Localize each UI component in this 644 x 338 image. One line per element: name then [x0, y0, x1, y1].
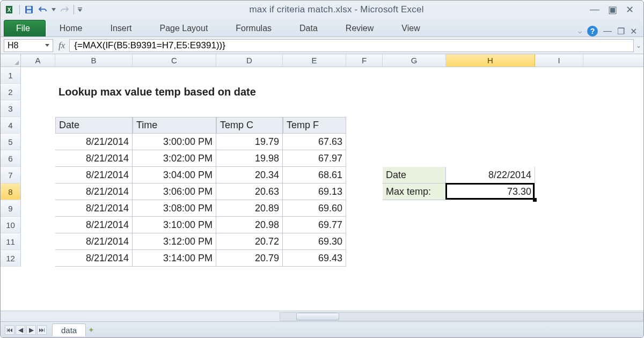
cell-B11[interactable]: 8/21/2014	[55, 233, 133, 250]
scroll-thumb[interactable]	[296, 313, 339, 320]
formula-input[interactable]: {=MAX(IF(B5:B9391=H7,E5:E9391))}	[69, 39, 634, 52]
new-sheet-icon[interactable]: ✦	[88, 326, 94, 334]
row-header-11[interactable]: 11	[1, 233, 21, 250]
row-header-9[interactable]: 9	[1, 200, 21, 217]
cell-D7[interactable]: 20.34	[216, 167, 283, 183]
cell-A1[interactable]	[21, 67, 55, 84]
cell-I11[interactable]	[535, 233, 583, 250]
workbook-restore-icon[interactable]: ❐	[617, 26, 625, 36]
tab-data[interactable]: Data	[286, 20, 332, 36]
tab-page-layout[interactable]: Page Layout	[145, 20, 222, 36]
cell-G3[interactable]	[383, 100, 446, 117]
row-header-10[interactable]: 10	[1, 217, 21, 233]
cell-A10[interactable]	[21, 217, 55, 233]
cell-G2[interactable]	[383, 84, 446, 100]
cell-G6[interactable]	[383, 150, 446, 167]
row-header-3[interactable]: 3	[1, 100, 21, 117]
cell-E7[interactable]: 68.61	[283, 167, 346, 183]
cell-A11[interactable]	[21, 233, 55, 250]
cell-C1[interactable]	[133, 67, 216, 84]
cell-H8[interactable]: 73.30	[446, 183, 535, 200]
cell-D8[interactable]: 20.63	[216, 183, 283, 200]
cell-D5[interactable]: 19.79	[216, 134, 283, 150]
cell-A9[interactable]	[21, 200, 55, 217]
cell-H3[interactable]	[446, 100, 535, 117]
cell-H10[interactable]	[446, 217, 535, 233]
tab-home[interactable]: Home	[46, 20, 97, 36]
cell-F12[interactable]	[346, 250, 383, 267]
cell-D4[interactable]: Temp C	[216, 117, 283, 134]
cell-H4[interactable]	[446, 117, 535, 134]
cell-A3[interactable]	[21, 100, 55, 117]
cell-E2[interactable]	[283, 84, 346, 100]
cell-E5[interactable]: 67.63	[283, 134, 346, 150]
cell-F6[interactable]	[346, 150, 383, 167]
cell-G4[interactable]	[383, 117, 446, 134]
cell-D6[interactable]: 19.98	[216, 150, 283, 167]
sheet-last-icon[interactable]: ⏭	[37, 325, 47, 335]
cell-E10[interactable]: 69.77	[283, 217, 346, 233]
cell-H5[interactable]	[446, 134, 535, 150]
column-header-D[interactable]: D	[216, 54, 283, 67]
cell-A6[interactable]	[21, 150, 55, 167]
cell-G11[interactable]	[383, 233, 446, 250]
horizontal-scrollbar[interactable]	[1, 311, 643, 321]
cell-E11[interactable]: 69.30	[283, 233, 346, 250]
cell-I12[interactable]	[535, 250, 583, 267]
cell-C3[interactable]	[133, 100, 216, 117]
row-header-8[interactable]: 8	[1, 183, 21, 200]
cell-C6[interactable]: 3:02:00 PM	[133, 150, 216, 167]
cell-I1[interactable]	[535, 67, 583, 84]
cell-H6[interactable]	[446, 150, 535, 167]
undo-icon[interactable]	[36, 4, 49, 16]
row-header-4[interactable]: 4	[1, 117, 21, 134]
cell-D9[interactable]: 20.89	[216, 200, 283, 217]
cell-B3[interactable]	[55, 100, 133, 117]
spreadsheet-grid[interactable]: ABCDEFGHI 12Lookup max value temp based …	[1, 54, 643, 321]
cell-E6[interactable]: 67.97	[283, 150, 346, 167]
cell-H1[interactable]	[446, 67, 535, 84]
fx-icon[interactable]: fx	[58, 40, 65, 51]
cell-C8[interactable]: 3:06:00 PM	[133, 183, 216, 200]
cell-B8[interactable]: 8/21/2014	[55, 183, 133, 200]
cell-A12[interactable]	[21, 250, 55, 267]
column-header-A[interactable]: A	[21, 54, 55, 67]
cell-I5[interactable]	[535, 134, 583, 150]
cell-G8[interactable]: Max temp:	[383, 183, 446, 200]
cell-F4[interactable]	[346, 117, 383, 134]
name-box[interactable]: H8	[4, 39, 53, 52]
minimize-icon[interactable]: —	[590, 4, 599, 16]
cell-H11[interactable]	[446, 233, 535, 250]
cell-E1[interactable]	[283, 67, 346, 84]
cell-I8[interactable]	[535, 183, 583, 200]
formula-expand-icon[interactable]: ⌄	[634, 42, 643, 49]
cell-F2[interactable]	[346, 84, 383, 100]
tab-formulas[interactable]: Formulas	[222, 20, 286, 36]
cell-G1[interactable]	[383, 67, 446, 84]
cell-I6[interactable]	[535, 150, 583, 167]
cell-A7[interactable]	[21, 167, 55, 183]
cell-I3[interactable]	[535, 100, 583, 117]
cell-C4[interactable]: Time	[133, 117, 216, 134]
ribbon-minimize-icon[interactable]: ⌵	[578, 27, 582, 35]
cell-A8[interactable]	[21, 183, 55, 200]
cell-C12[interactable]: 3:14:00 PM	[133, 250, 216, 267]
row-header-1[interactable]: 1	[1, 67, 21, 84]
cell-I7[interactable]	[535, 167, 583, 183]
cell-I9[interactable]	[535, 200, 583, 217]
cell-C10[interactable]: 3:10:00 PM	[133, 217, 216, 233]
row-header-7[interactable]: 7	[1, 167, 21, 183]
cell-E4[interactable]: Temp F	[283, 117, 346, 134]
column-header-H[interactable]: H	[446, 54, 535, 67]
cell-H7[interactable]: 8/22/2014	[446, 167, 535, 183]
cell-E9[interactable]: 69.60	[283, 200, 346, 217]
cell-C9[interactable]: 3:08:00 PM	[133, 200, 216, 217]
column-header-I[interactable]: I	[535, 54, 583, 67]
cell-C7[interactable]: 3:04:00 PM	[133, 167, 216, 183]
cell-F8[interactable]	[346, 183, 383, 200]
redo-icon[interactable]	[58, 4, 71, 16]
cell-A4[interactable]	[21, 117, 55, 134]
cell-B9[interactable]: 8/21/2014	[55, 200, 133, 217]
close-icon[interactable]: ✕	[626, 4, 634, 16]
cell-C5[interactable]: 3:00:00 PM	[133, 134, 216, 150]
